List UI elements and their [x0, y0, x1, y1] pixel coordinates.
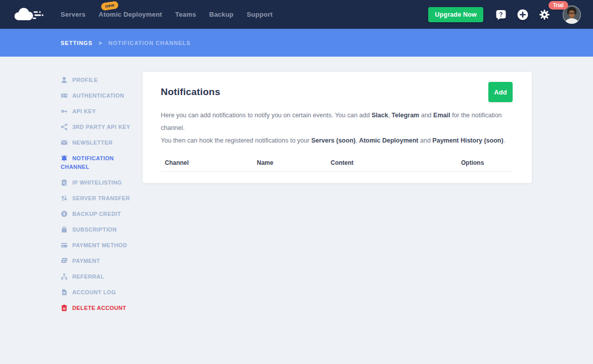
page-body: PROFILE AUTHENTICATION API KEY 3RD PARTY… — [0, 57, 593, 320]
breadcrumb-current: NOTIFICATION CHANNELS — [108, 40, 191, 46]
settings-button[interactable] — [538, 9, 551, 21]
svg-text:?: ? — [499, 11, 503, 18]
sidebar-item-label: ACCOUNT LOG — [72, 289, 116, 295]
gear-icon — [538, 9, 551, 21]
sidebar-item-label: REFERRAL — [72, 274, 104, 280]
table-header-row: ChannelNameContentOptions — [161, 159, 513, 172]
nav-item-label: Support — [247, 11, 272, 18]
column-header-content: Content — [331, 159, 461, 172]
sidebar-item-label: 3RD PARTY API KEY — [72, 124, 130, 130]
envelope-icon — [61, 139, 68, 146]
card-header: Notifications Add — [161, 82, 513, 102]
sidebar-item-label: PAYMENT — [72, 258, 100, 264]
cloud-logo-icon — [11, 16, 51, 25]
sidebar-item-authentication[interactable]: AUTHENTICATION — [61, 92, 133, 100]
description-text: . — [504, 137, 505, 144]
column-header-name: Name — [257, 159, 331, 172]
description-text: , — [388, 112, 392, 119]
nav-item-teams[interactable]: Teams — [175, 11, 196, 18]
notifications-card: Notifications Add Here you can add notif… — [143, 72, 532, 183]
sidebar-item-label: DELETE ACCOUNT — [72, 305, 126, 311]
sidebar-item-label: API KEY — [72, 108, 96, 114]
description-line: You then can hook the registered notific… — [161, 134, 513, 147]
transfer-icon — [61, 195, 68, 202]
file-lines-icon — [61, 289, 68, 296]
description-bold-text: Slack — [372, 112, 388, 119]
credit-card-icon — [61, 242, 68, 249]
chevron-right-icon: > — [99, 40, 102, 46]
dollar-circle-icon: $ — [61, 210, 68, 217]
brand-logo[interactable] — [11, 6, 51, 25]
primary-nav: Servers new Atomic Deployment Teams Back… — [61, 0, 272, 29]
column-header-channel: Channel — [161, 159, 257, 172]
description-text: Here you can add notifications to notify… — [161, 109, 513, 147]
sitemap-icon — [61, 273, 68, 280]
new-badge: new — [101, 1, 119, 11]
nav-item-label: Teams — [175, 11, 196, 18]
description-text: and — [419, 112, 433, 119]
id-card-icon — [61, 92, 68, 99]
sidebar-item-payment-method[interactable]: PAYMENT METHOD — [61, 241, 133, 250]
trial-badge: Trial — [549, 1, 568, 10]
description-bold-text: Telegram — [392, 112, 420, 119]
sidebar-item-label: NOTIFICATION CHANNEL — [61, 155, 114, 170]
nav-item-backup[interactable]: Backup — [209, 11, 234, 18]
sidebar-item-ip-whitelisting[interactable]: IP WHITELISTING — [61, 178, 133, 187]
sidebar-item-label: PROFILE — [72, 77, 98, 83]
nav-item-label: Atomic Deployment — [99, 11, 162, 18]
avatar — [562, 17, 581, 26]
key-icon — [61, 108, 68, 115]
nav-item-label: Backup — [209, 11, 234, 18]
help-button[interactable]: ? — [495, 9, 507, 21]
breadcrumb-settings[interactable]: SETTINGS — [61, 40, 93, 46]
description-bold-text: Servers (soon) — [311, 137, 356, 144]
sidebar-item-account-log[interactable]: ACCOUNT LOG — [61, 288, 133, 297]
nav-item-support[interactable]: Support — [247, 11, 272, 18]
top-navbar: Servers new Atomic Deployment Teams Back… — [0, 0, 593, 29]
trash-icon — [61, 304, 68, 311]
description-line: Here you can add notifications to notify… — [161, 109, 513, 134]
shopping-bag-icon — [61, 226, 68, 233]
sidebar-item-label: SERVER TRANSFER — [72, 195, 130, 201]
nav-item-atomic-deployment[interactable]: new Atomic Deployment — [99, 11, 162, 18]
sidebar-item-subscription[interactable]: SUBSCRIPTION — [61, 225, 133, 234]
description-text: and — [419, 137, 433, 144]
sidebar-item-label: PAYMENT METHOD — [72, 242, 127, 248]
sidebar-item-delete-account[interactable]: DELETE ACCOUNT — [61, 304, 133, 312]
sidebar-item-profile[interactable]: PROFILE — [61, 76, 133, 84]
breadcrumb: SETTINGS > NOTIFICATION CHANNELS — [0, 29, 593, 57]
nav-item-label: Servers — [61, 11, 85, 18]
table-empty-row — [161, 172, 513, 192]
sidebar-item-notification-channel[interactable]: NOTIFICATION CHANNEL — [61, 154, 133, 171]
sidebar-item-label: NEWSLETTER — [72, 140, 113, 146]
add-button[interactable]: Add — [488, 82, 513, 102]
description-text: You then can hook the registered notific… — [161, 137, 311, 144]
sidebar-item-backup-credit[interactable]: $BACKUP CREDIT — [61, 210, 133, 218]
navbar-actions: Upgrade Now ? — [428, 0, 581, 29]
sidebar-item-newsletter[interactable]: NEWSLETTER — [61, 139, 133, 147]
user-icon — [61, 76, 68, 83]
column-header-options: Options — [461, 159, 513, 172]
add-new-button[interactable] — [517, 9, 529, 21]
sidebar-item-label: IP WHITELISTING — [72, 179, 122, 186]
description-bold-text: Payment History (soon) — [432, 137, 503, 144]
user-menu[interactable]: Trial — [562, 5, 581, 24]
sidebar-item-referral[interactable]: REFERRAL — [61, 272, 133, 281]
money-bills-icon — [61, 257, 68, 264]
sidebar-item-3rd-party-api-key[interactable]: 3RD PARTY API KEY — [61, 123, 133, 131]
sidebar-item-label: AUTHENTICATION — [72, 93, 124, 99]
description-bold-text: Email — [433, 112, 450, 119]
plus-circle-icon — [517, 9, 529, 21]
description-bold-text: Atomic Deployment — [359, 137, 418, 144]
settings-sidebar: PROFILE AUTHENTICATION API KEY 3RD PARTY… — [61, 57, 143, 320]
help-icon: ? — [495, 9, 507, 21]
upgrade-now-button[interactable]: Upgrade Now — [428, 7, 483, 22]
sidebar-item-label: BACKUP CREDIT — [72, 211, 121, 217]
sidebar-item-payment[interactable]: PAYMENT — [61, 257, 133, 265]
nav-item-servers[interactable]: Servers — [61, 11, 85, 18]
sidebar-item-server-transfer[interactable]: SERVER TRANSFER — [61, 194, 133, 203]
bell-icon — [61, 155, 68, 162]
sidebar-item-api-key[interactable]: API KEY — [61, 107, 133, 116]
description-text: Here you can add notifications to notify… — [161, 112, 372, 119]
svg-text:$: $ — [63, 211, 65, 216]
